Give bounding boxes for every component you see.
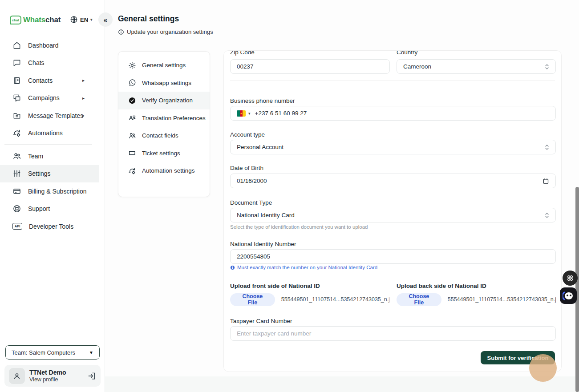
brand-name: Whatschat [23, 16, 61, 24]
phone-input[interactable]: ▾ +237 6 51 60 99 27 [230, 106, 556, 121]
sidebar-item-label: Automations [28, 129, 63, 137]
menu-item-label: Verify Organization [142, 97, 193, 104]
dropdown-arrow-icon: ▼ [89, 350, 93, 355]
menu-item-automation-settings[interactable]: Automation settings [118, 162, 210, 180]
profile-name: TTNet Demo [29, 369, 66, 376]
chat-icon [12, 58, 21, 67]
document-type-label: Document Type [230, 199, 272, 206]
country-select[interactable]: Cameroon [397, 59, 556, 74]
sidebar-item-message-templates[interactable]: Message Templates ▸ [0, 107, 99, 125]
menu-item-label: Contact fields [142, 132, 178, 139]
brand-secondary: chat [45, 16, 61, 24]
language-selector[interactable]: EN ▾ [70, 16, 93, 24]
taxpayer-label: Taxpayer Card Number [230, 318, 292, 324]
choose-file-back-button[interactable]: Choose File [397, 293, 441, 306]
sidebar-collapse-button[interactable]: « [98, 12, 113, 27]
menu-item-contact-fields[interactable]: Contact fields [118, 127, 210, 145]
sidebar-item-team[interactable]: Team [0, 147, 99, 165]
check-circle-icon [128, 97, 136, 105]
sidebar-item-label: Developer Tools [29, 223, 73, 230]
assistant-widget-button[interactable] [560, 287, 577, 304]
sidebar-item-support[interactable]: Support [0, 200, 99, 218]
sidebar: chat Whatschat EN ▾ Dashboard Chats [0, 0, 105, 392]
profile-card[interactable]: TTNet Demo View profile [4, 365, 101, 387]
sidebar-item-campaigns[interactable]: Campaigns ▸ [0, 89, 99, 107]
sidebar-item-label: Billing & Subscription [28, 188, 87, 195]
chevron-down-icon: ▾ [90, 17, 93, 22]
sidebar-item-billing[interactable]: Billing & Subscription [0, 182, 99, 200]
view-profile-link[interactable]: View profile [29, 376, 66, 383]
nin-input[interactable] [230, 249, 556, 264]
app-logo: chat Whatschat [10, 13, 61, 27]
sidebar-item-chats[interactable]: Chats [0, 54, 99, 72]
info-icon [118, 29, 124, 35]
verify-organization-form: Zip Code Country Cameroon Business phone… [223, 50, 562, 372]
select-stepper-icon [545, 212, 549, 219]
sliders-icon [12, 169, 21, 178]
menu-item-ticket-settings[interactable]: Ticket settings [118, 145, 210, 162]
cameroon-flag-icon [237, 110, 246, 117]
nin-note: Must exactly match the number on your Na… [230, 265, 377, 270]
nin-note-text: Must exactly match the number on your Na… [237, 265, 377, 270]
phone-label: Business phone number [230, 97, 295, 104]
dob-label: Date of Birth [230, 165, 263, 171]
menu-item-label: Translation Preferences [142, 115, 206, 121]
menu-item-label: Ticket settings [142, 150, 180, 157]
submit-for-verification-button[interactable]: Submit for verification [481, 351, 555, 364]
sidebar-item-label: Contacts [28, 77, 53, 84]
calendar-icon[interactable] [543, 178, 549, 184]
zip-code-label: Zip Code [230, 50, 255, 56]
flag-dropdown-icon[interactable]: ▾ [248, 111, 251, 116]
section-divider [230, 81, 555, 81]
sidebar-item-automations[interactable]: Automations [0, 125, 99, 142]
automation-icon [12, 129, 21, 137]
front-file-name: 555449501_11107514...5354212743035_n.jpg [281, 296, 389, 303]
sidebar-item-dashboard[interactable]: Dashboard [0, 36, 99, 54]
upload-front-row: Choose File 555449501_11107514...5354212… [230, 293, 389, 306]
chevron-right-icon: ▸ [82, 113, 85, 118]
team-selector[interactable]: Team: Salem Computers ▼ [5, 345, 100, 360]
info-filled-icon [230, 265, 235, 270]
sidebar-divider [4, 144, 92, 145]
upload-back-label: Upload back side of National ID [397, 283, 486, 289]
account-type-value: Personal Account [237, 144, 283, 150]
choose-file-front-button[interactable]: Choose File [230, 293, 275, 306]
phone-value: +237 6 51 60 99 27 [255, 110, 307, 117]
menu-item-general-settings[interactable]: General settings [118, 57, 210, 74]
ticket-icon [128, 149, 136, 157]
users-icon [128, 132, 136, 140]
chevron-right-icon: ▸ [82, 78, 85, 83]
account-type-select[interactable]: Personal Account [230, 140, 556, 154]
sidebar-item-contacts[interactable]: Contacts ▸ [0, 72, 99, 89]
lifebuoy-icon [12, 204, 21, 213]
sidebar-item-developer-tools[interactable]: API Developer Tools [0, 218, 99, 235]
dob-value: 01/16/2000 [237, 178, 267, 184]
menu-item-whatsapp-settings[interactable]: Whatsapp settings [118, 74, 210, 92]
dob-input[interactable]: 01/16/2000 [230, 174, 556, 188]
credit-card-icon [12, 187, 21, 196]
brand-primary: Whats [23, 16, 45, 24]
menu-item-label: Whatsapp settings [142, 80, 191, 86]
avatar [9, 368, 25, 384]
api-icon: API [12, 223, 22, 230]
sidebar-item-settings[interactable]: Settings [0, 165, 99, 183]
logout-icon[interactable] [87, 372, 96, 380]
grid-icon [567, 275, 574, 282]
templates-icon [12, 111, 21, 120]
zip-code-input[interactable] [230, 59, 390, 74]
team-icon [12, 152, 21, 161]
country-value: Cameroon [403, 63, 431, 70]
select-stepper-icon [545, 63, 549, 70]
menu-item-verify-organization[interactable]: Verify Organization [118, 92, 210, 109]
widget-grid-button[interactable] [563, 271, 578, 286]
globe-icon [70, 16, 78, 24]
automation-gear-icon [128, 167, 136, 175]
menu-item-label: General settings [142, 62, 186, 69]
menu-item-translation-preferences[interactable]: Translation Preferences [118, 109, 210, 127]
sidebar-item-label: Message Templates [28, 112, 83, 119]
sidebar-item-label: Dashboard [28, 42, 59, 49]
document-type-select[interactable]: National Identity Card [230, 208, 556, 222]
taxpayer-input[interactable] [230, 326, 556, 341]
sidebar-item-label: Team [28, 153, 43, 160]
gear-icon [128, 61, 136, 69]
